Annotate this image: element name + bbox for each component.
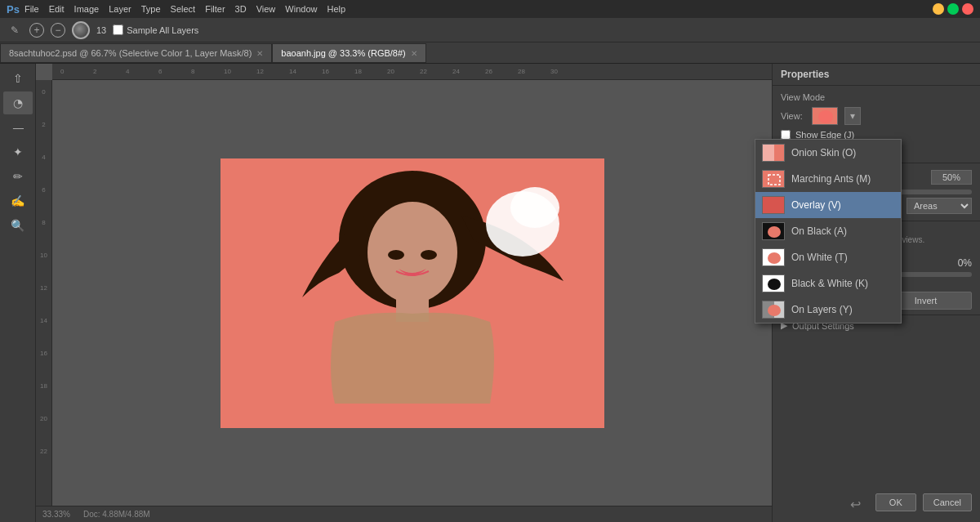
zoom-level: 33.33% [42,510,70,519]
ruler-v-tick-3: 6 [42,186,45,194]
ok-button[interactable]: OK [875,493,916,511]
menu-edit[interactable]: Edit [49,4,65,14]
ruler-left: 0 2 4 6 8 10 12 14 16 18 20 22 [36,80,52,506]
add-mode-button[interactable]: + [29,23,44,38]
lasso-tool[interactable]: ⸻ [3,116,33,139]
onion-skin-label: Onion Skin (O) [791,147,856,158]
titlebar: Ps File Edit Image Layer Type Select Fil… [0,0,980,18]
move-tool[interactable]: ⇧ [3,67,33,90]
svg-point-21 [768,279,781,290]
on-black-thumbnail [762,222,785,240]
black-white-label: Black & White (K) [791,278,868,289]
menu-file[interactable]: File [24,4,39,14]
on-white-thumbnail [762,248,785,266]
areas-dropdown[interactable]: Areas Object Background [906,198,972,214]
menu-type[interactable]: Type [141,4,161,14]
tab-sachtuhoc-close[interactable]: ✕ [256,49,263,58]
ruler-v-tick-8: 16 [40,350,47,357]
ruler-v-tick-4: 8 [42,219,45,226]
brush-preview[interactable] [72,21,90,39]
menu-bar[interactable]: File Edit Image Layer Type Select Filter… [24,4,345,14]
svg-rect-11 [763,145,774,162]
ruler-v-tick-7: 14 [40,317,47,324]
menu-help[interactable]: Help [327,4,345,14]
dropdown-on-white[interactable]: On White (T) [755,244,901,270]
sample-all-layers-label: Sample All Layers [127,25,198,35]
magic-wand-tool[interactable]: ✦ [3,141,33,163]
view-mode-label: View Mode [781,92,972,102]
menu-view[interactable]: View [256,4,276,14]
tab-baoanh[interactable]: baoanh.jpg @ 33.3% (RGB/8#) ✕ [272,43,425,63]
ruler-tick-7: 14 [289,68,296,75]
options-bar: ✎ + − 13 Sample All Layers [0,18,980,42]
close-button[interactable] [962,3,973,15]
zoom-tool[interactable]: 🔍 [3,214,33,237]
on-layers-thumbnail [762,301,785,319]
app-logo: Ps [7,3,20,16]
ruler-tick-15: 30 [550,68,558,75]
ruler-tick-1: 2 [93,68,96,75]
menu-select[interactable]: Select [171,4,196,14]
svg-point-6 [388,250,404,260]
dropdown-marching-ants[interactable]: Marching Ants (M) [755,166,901,192]
selection-tool[interactable]: ◔ [3,91,33,114]
hand-tool[interactable]: ✍ [3,190,33,212]
ruler-tick-10: 20 [387,68,394,75]
ruler-tick-3: 6 [158,68,162,75]
ruler-tick-6: 12 [256,68,264,75]
subtract-mode-button[interactable]: − [51,23,65,38]
overlay-thumbnail [762,196,785,214]
tab-sachtuhoc[interactable]: 8sachtuhoc2.psd @ 66.7% (Selective Color… [0,43,272,63]
on-layers-label: On Layers (Y) [791,304,853,315]
ruler-v-tick-9: 18 [40,382,47,390]
bottom-buttons: ↩ OK Cancel [773,487,980,522]
menu-layer[interactable]: Layer [109,4,131,14]
view-dropdown-menu: Onion Skin (O) Marching Ants (M) Overlay… [755,139,902,323]
ruler-v-tick-1: 2 [42,121,45,128]
dropdown-on-layers[interactable]: On Layers (Y) [755,297,901,323]
cancel-button[interactable]: Cancel [923,493,972,511]
minimize-button[interactable] [933,3,944,15]
menu-filter[interactable]: Filter [205,4,225,14]
svg-point-24 [768,305,781,316]
dropdown-onion-skin[interactable]: Onion Skin (O) [755,140,901,166]
view-dropdown-button[interactable]: ▾ [844,107,861,125]
canvas-image [220,158,604,428]
status-bar: 33.33% Doc: 4.88M/4.88M [36,506,772,522]
marching-ants-thumbnail [762,170,785,188]
ruler-v-tick-10: 20 [40,415,47,422]
dropdown-on-black[interactable]: On Black (A) [755,218,901,244]
ruler-tick-12: 24 [452,68,460,75]
maximize-button[interactable] [947,3,959,15]
menu-3d[interactable]: 3D [235,4,247,14]
svg-point-19 [768,252,781,264]
view-row: View: ▾ [781,107,972,125]
undo-icon[interactable]: ↩ [842,493,869,515]
menu-window[interactable]: Window [285,4,317,14]
window-controls[interactable] [933,3,973,15]
left-toolbar: ⇧ ◔ ⸻ ✦ ✏ ✍ 🔍 [0,64,36,522]
canvas-viewport[interactable] [52,80,772,506]
ruler-v-tick-0: 0 [42,88,45,96]
brush-tool-icon: ✎ [7,22,23,38]
ruler-tick-2: 4 [126,68,129,75]
preview-value-input[interactable] [931,170,972,185]
on-black-label: On Black (A) [791,225,847,237]
doc-info: Doc: 4.88M/4.88M [83,510,150,519]
svg-point-7 [421,250,437,260]
sample-all-layers-input[interactable] [113,25,123,35]
dropdown-overlay[interactable]: Overlay (V) [755,192,901,218]
onion-skin-thumbnail [762,144,785,162]
crop-tool[interactable]: ✏ [3,165,33,188]
brush-size-value: 13 [96,25,106,35]
dropdown-black-white[interactable]: Black & White (K) [755,270,901,297]
svg-rect-15 [763,197,785,214]
sample-all-layers-checkbox[interactable]: Sample All Layers [113,25,198,35]
ruler-tick-8: 16 [322,68,329,75]
svg-point-9 [818,110,833,123]
ruler-top: 0 2 4 6 8 10 12 14 16 18 20 22 24 26 28 … [52,64,772,80]
tab-baoanh-close[interactable]: ✕ [411,49,417,58]
menu-image[interactable]: Image [74,4,100,14]
image-svg [220,158,604,428]
image-content [220,158,604,428]
